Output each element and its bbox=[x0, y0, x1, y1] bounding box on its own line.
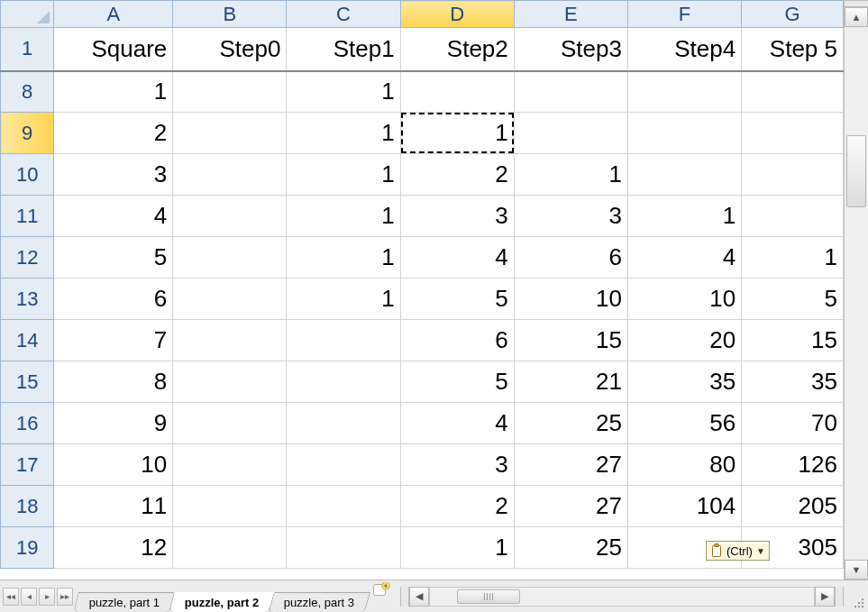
row-header[interactable]: 11 bbox=[1, 196, 54, 237]
cell[interactable]: 5 bbox=[400, 279, 514, 320]
column-header[interactable]: B bbox=[173, 1, 287, 28]
vscroll-thumb[interactable] bbox=[846, 135, 866, 207]
cell-header[interactable]: Step 5 bbox=[742, 28, 844, 71]
cell[interactable]: 70 bbox=[742, 403, 844, 444]
row-header[interactable]: 18 bbox=[1, 486, 54, 527]
worksheet-grid[interactable]: ABCDEFG1SquareStep0Step1Step2Step3Step4S… bbox=[0, 0, 844, 580]
cell[interactable]: 3 bbox=[400, 196, 514, 237]
cell[interactable]: 20 bbox=[627, 320, 741, 361]
cell[interactable] bbox=[173, 527, 287, 569]
cell-active[interactable]: 1 bbox=[400, 113, 514, 154]
cell[interactable]: 4 bbox=[627, 237, 741, 279]
cell[interactable]: 80 bbox=[627, 444, 741, 486]
column-header[interactable]: A bbox=[54, 1, 173, 28]
cell[interactable]: 6 bbox=[54, 279, 173, 320]
row-header[interactable]: 9 bbox=[1, 113, 54, 154]
sheet-tab[interactable]: puzzle, part 2 bbox=[169, 592, 275, 612]
paste-options-button[interactable]: (Ctrl) ▼ bbox=[706, 541, 770, 561]
cell[interactable] bbox=[173, 403, 287, 444]
column-header[interactable]: E bbox=[514, 1, 627, 28]
cell[interactable]: 25 bbox=[514, 403, 627, 444]
cell[interactable]: 27 bbox=[514, 444, 627, 486]
cell[interactable]: 4 bbox=[400, 403, 514, 444]
horizontal-scrollbar[interactable]: ◀ ▶ bbox=[400, 580, 844, 612]
cell[interactable] bbox=[173, 113, 287, 154]
cell[interactable]: 21 bbox=[514, 361, 627, 403]
tab-nav-prev[interactable]: ◂ bbox=[21, 588, 37, 606]
cell[interactable] bbox=[173, 196, 287, 237]
cell[interactable]: 2 bbox=[400, 154, 514, 196]
hscroll-track[interactable] bbox=[429, 587, 815, 607]
cell[interactable]: 4 bbox=[54, 196, 173, 237]
cell[interactable]: 35 bbox=[742, 361, 844, 403]
cell[interactable] bbox=[287, 320, 400, 361]
cell[interactable]: 1 bbox=[742, 237, 844, 279]
cell[interactable]: 6 bbox=[514, 237, 627, 279]
cell[interactable]: 35 bbox=[627, 361, 741, 403]
row-header[interactable]: 13 bbox=[1, 279, 54, 320]
row-header[interactable]: 19 bbox=[1, 527, 54, 569]
cell[interactable]: 126 bbox=[742, 444, 844, 486]
column-header[interactable]: C bbox=[287, 1, 400, 28]
cell[interactable]: 10 bbox=[627, 279, 741, 320]
select-all-corner[interactable] bbox=[1, 1, 54, 28]
cell-header[interactable]: Step3 bbox=[514, 28, 627, 71]
cell[interactable]: 1 bbox=[287, 113, 400, 154]
cell-header[interactable]: Step4 bbox=[627, 28, 741, 71]
tab-nav-last[interactable]: ▸▸ bbox=[57, 588, 73, 606]
scroll-down-button[interactable]: ▼ bbox=[845, 560, 868, 580]
scroll-right-button[interactable]: ▶ bbox=[815, 587, 835, 607]
cell[interactable]: 1 bbox=[287, 196, 400, 237]
cell[interactable]: 1 bbox=[627, 196, 741, 237]
cell[interactable]: 2 bbox=[54, 113, 173, 154]
cell[interactable] bbox=[514, 71, 627, 113]
cell-header[interactable]: Step0 bbox=[173, 28, 287, 71]
row-header[interactable]: 10 bbox=[1, 154, 54, 196]
row-header[interactable]: 14 bbox=[1, 320, 54, 361]
cell[interactable]: 12 bbox=[54, 527, 173, 569]
cell[interactable] bbox=[173, 237, 287, 279]
cell[interactable] bbox=[287, 361, 400, 403]
cell[interactable]: 1 bbox=[54, 71, 173, 113]
cell[interactable] bbox=[173, 320, 287, 361]
cell-header[interactable]: Step1 bbox=[287, 28, 400, 71]
sheet-tab[interactable]: puzzle, part 3 bbox=[268, 592, 370, 612]
cell[interactable]: 104 bbox=[627, 486, 741, 527]
cell[interactable]: 11 bbox=[54, 486, 173, 527]
cell[interactable]: 1 bbox=[287, 279, 400, 320]
cell[interactable]: 3 bbox=[54, 154, 173, 196]
column-header[interactable]: D bbox=[400, 1, 514, 28]
cell[interactable] bbox=[400, 71, 514, 113]
cell[interactable]: 1 bbox=[400, 527, 514, 569]
cell[interactable]: 1 bbox=[287, 71, 400, 113]
tab-split-handle[interactable] bbox=[400, 587, 409, 607]
hsplit-handle[interactable] bbox=[835, 587, 844, 607]
cell[interactable]: 205 bbox=[742, 486, 844, 527]
cell[interactable] bbox=[627, 113, 741, 154]
cell[interactable] bbox=[742, 196, 844, 237]
cell[interactable] bbox=[173, 444, 287, 486]
cell[interactable]: 7 bbox=[54, 320, 173, 361]
cell[interactable] bbox=[287, 403, 400, 444]
cell[interactable]: 1 bbox=[287, 154, 400, 196]
cell[interactable]: 15 bbox=[514, 320, 627, 361]
scroll-left-button[interactable]: ◀ bbox=[409, 587, 429, 607]
cell[interactable]: 56 bbox=[627, 403, 741, 444]
cell[interactable]: 25 bbox=[514, 527, 627, 569]
cell[interactable] bbox=[742, 154, 844, 196]
cell[interactable] bbox=[627, 154, 741, 196]
vertical-scrollbar[interactable]: ▲ ▼ bbox=[844, 0, 868, 580]
cell[interactable]: 5 bbox=[742, 279, 844, 320]
cell[interactable]: 2 bbox=[400, 486, 514, 527]
window-resize-grip[interactable] bbox=[844, 580, 868, 612]
tab-nav-first[interactable]: ◂◂ bbox=[3, 588, 19, 606]
cell[interactable]: 6 bbox=[400, 320, 514, 361]
column-header[interactable]: G bbox=[742, 1, 844, 28]
cell[interactable] bbox=[173, 71, 287, 113]
cell[interactable]: 27 bbox=[514, 486, 627, 527]
new-sheet-button[interactable] bbox=[371, 580, 393, 598]
row-header[interactable]: 8 bbox=[1, 71, 54, 113]
cell[interactable]: 3 bbox=[400, 444, 514, 486]
cell[interactable] bbox=[742, 113, 844, 154]
cell[interactable]: 4 bbox=[400, 237, 514, 279]
